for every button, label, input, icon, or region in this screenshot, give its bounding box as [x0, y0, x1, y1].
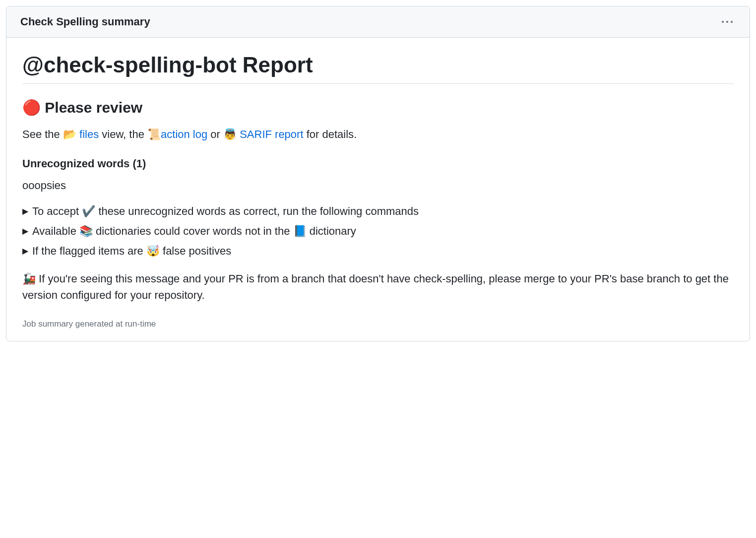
generated-footer: Job summary generated at run-time — [22, 319, 734, 329]
report-title: @check-spelling-bot Report — [22, 53, 734, 84]
unrecognized-words-heading: Unrecognized words (1) — [22, 157, 734, 170]
books-icon: 📚 — [79, 225, 93, 237]
panel-body: @check-spelling-bot Report 🔴 Please revi… — [6, 38, 750, 341]
disclosure-triangle-icon: ▶ — [22, 247, 28, 255]
exploding-head-icon: 🤯 — [146, 245, 160, 257]
see-details-line: See the 📂 files view, the 📜action log or… — [22, 126, 734, 142]
action-log-link[interactable]: action log — [161, 128, 207, 140]
disclosure-triangle-icon: ▶ — [22, 207, 28, 215]
blue-book-icon: 📘 — [293, 225, 307, 237]
panel-title: Check Spelling summary — [20, 15, 150, 28]
more-menu-icon[interactable] — [719, 18, 736, 26]
summary-panel: Check Spelling summary @check-spelling-b… — [6, 6, 750, 341]
train-icon: 🚂 — [22, 272, 36, 285]
false-positives-details[interactable]: ▶ If the flagged items are 🤯 false posit… — [22, 245, 734, 258]
panel-header: Check Spelling summary — [6, 6, 750, 38]
merge-note: 🚂 If you're seeing this message and your… — [22, 270, 734, 303]
angel-icon: 👼 — [223, 128, 237, 140]
checkmark-icon: ✔️ — [82, 205, 95, 217]
disclosure-triangle-icon: ▶ — [22, 227, 28, 235]
review-heading-text: Please review — [45, 99, 142, 116]
accept-words-details[interactable]: ▶ To accept ✔️ these unrecognized words … — [22, 205, 734, 218]
folder-icon: 📂 — [63, 128, 76, 140]
files-link[interactable]: files — [79, 128, 99, 140]
scroll-icon: 📜 — [147, 128, 161, 140]
available-dictionaries-details[interactable]: ▶ Available 📚 dictionaries could cover w… — [22, 225, 734, 238]
red-circle-icon: 🔴 — [22, 99, 41, 116]
sarif-report-link[interactable]: SARIF report — [240, 128, 303, 140]
unrecognized-word: ooopsies — [22, 179, 734, 192]
review-heading: 🔴 Please review — [22, 99, 734, 116]
